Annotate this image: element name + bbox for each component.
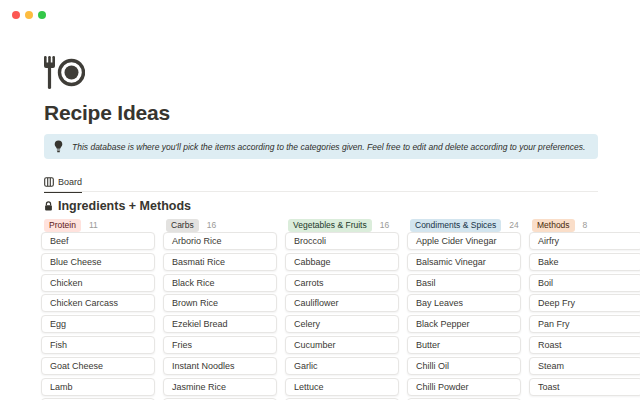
column-badge[interactable]: Vegetables & Fruits (288, 219, 372, 232)
fork-and-plate-icon[interactable] (44, 56, 85, 89)
board-card[interactable]: Deep Fry (529, 294, 640, 312)
board-card[interactable]: Ezekiel Bread (163, 315, 277, 333)
board-card[interactable]: Apple Cider Vinegar (407, 232, 521, 250)
board-card[interactable]: Bake (529, 253, 640, 271)
board-card[interactable]: Goat Cheese (41, 357, 155, 375)
board-card[interactable]: Chicken (41, 274, 155, 292)
board-card[interactable]: Instant Noodles (163, 357, 277, 375)
column-badge[interactable]: Condiments & Spices (410, 219, 501, 232)
notion-window: Recipe Ideas This database is where you'… (0, 0, 640, 400)
board-card[interactable]: Fish (41, 336, 155, 354)
lock-icon (44, 201, 53, 211)
window-controls (12, 11, 46, 19)
board-card[interactable]: Chilli Oil (407, 357, 521, 375)
lightbulb-icon (54, 140, 63, 153)
board-card[interactable]: Boil (529, 274, 640, 292)
board-card[interactable]: Cabbage (285, 253, 399, 271)
board-card[interactable]: Chicken Carcass (41, 294, 155, 312)
column-count: 24 (509, 220, 518, 230)
board-card[interactable]: Lamb (41, 378, 155, 396)
board-card[interactable]: Brown Rice (163, 294, 277, 312)
callout-text: This database is where you'll pick the i… (72, 142, 585, 152)
board-card[interactable]: Broccoli (285, 232, 399, 250)
column-header: Condiments & Spices24 (407, 218, 521, 232)
column-header: Methods8 (529, 218, 640, 232)
board-card[interactable]: Beef (41, 232, 155, 250)
board-card[interactable]: Blue Cheese (41, 253, 155, 271)
column-header: Vegetables & Fruits16 (285, 218, 399, 232)
board-column-condiments-spices: Condiments & Spices24Apple Cider Vinegar… (407, 218, 521, 400)
board-column-protein: Protein11BeefBlue CheeseChickenChicken C… (41, 218, 155, 400)
board-card[interactable]: Black Pepper (407, 315, 521, 333)
board-card[interactable]: Bay Leaves (407, 294, 521, 312)
board-card[interactable]: Pan Fry (529, 315, 640, 333)
board-column-vegetables-fruits: Vegetables & Fruits16BroccoliCabbageCarr… (285, 218, 399, 400)
board-card[interactable]: Fries (163, 336, 277, 354)
board-card[interactable]: Basil (407, 274, 521, 292)
board-icon (44, 177, 54, 187)
column-badge[interactable]: Methods (532, 219, 575, 232)
board-card[interactable]: Toast (529, 378, 640, 396)
callout: This database is where you'll pick the i… (44, 134, 598, 159)
column-count: 11 (89, 220, 98, 230)
board-card[interactable]: Cucumber (285, 336, 399, 354)
minimize-window-button[interactable] (25, 11, 33, 19)
database-title: Ingredients + Methods (58, 199, 191, 213)
column-badge[interactable]: Carbs (166, 219, 199, 232)
board-card[interactable]: Egg (41, 315, 155, 333)
board-card[interactable]: Celery (285, 315, 399, 333)
board-card[interactable]: Arborio Rice (163, 232, 277, 250)
board-card[interactable]: Chilli Powder (407, 378, 521, 396)
column-header: Protein11 (41, 218, 155, 232)
board-view: Protein11BeefBlue CheeseChickenChicken C… (41, 218, 640, 400)
board-card[interactable]: Balsamic Vinegar (407, 253, 521, 271)
board-column-carbs: Carbs16Arborio RiceBasmati RiceBlack Ric… (163, 218, 277, 400)
board-card[interactable]: Butter (407, 336, 521, 354)
board-card[interactable]: Black Rice (163, 274, 277, 292)
column-count: 16 (380, 220, 389, 230)
database-heading: Ingredients + Methods (44, 199, 191, 213)
board-column-methods: Methods8AirfryBakeBoilDeep FryPan FryRoa… (529, 218, 640, 400)
page-title[interactable]: Recipe Ideas (44, 101, 170, 125)
zoom-window-button[interactable] (38, 11, 46, 19)
tab-board-label: Board (58, 177, 82, 187)
board-card[interactable]: Steam (529, 357, 640, 375)
close-window-button[interactable] (12, 11, 20, 19)
column-count: 16 (207, 220, 216, 230)
board-card[interactable]: Airfry (529, 232, 640, 250)
board-card[interactable]: Roast (529, 336, 640, 354)
board-card[interactable]: Cauliflower (285, 294, 399, 312)
board-card[interactable]: Garlic (285, 357, 399, 375)
board-card[interactable]: Jasmine Rice (163, 378, 277, 396)
board-card[interactable]: Carrots (285, 274, 399, 292)
column-count: 8 (583, 220, 588, 230)
column-badge[interactable]: Protein (44, 219, 81, 232)
tabs-divider (44, 191, 598, 192)
column-header: Carbs16 (163, 218, 277, 232)
board-card[interactable]: Lettuce (285, 378, 399, 396)
board-card[interactable]: Basmati Rice (163, 253, 277, 271)
